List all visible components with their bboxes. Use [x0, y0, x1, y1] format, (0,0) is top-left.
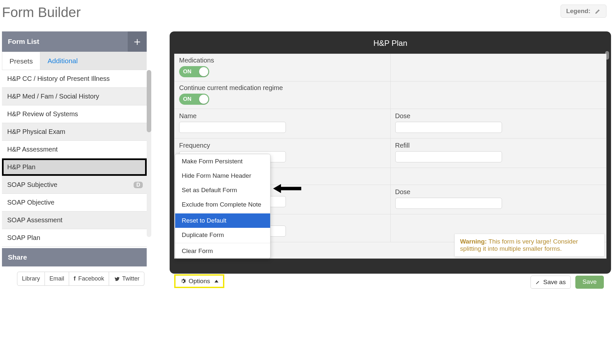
form-list-title: Form List: [2, 38, 39, 46]
share-email-button[interactable]: Email: [45, 272, 69, 286]
field-label: Refill: [395, 142, 602, 149]
list-item[interactable]: SOAP Objective: [2, 194, 147, 211]
warning-strong: Warning:: [460, 238, 487, 245]
warning-tooltip: Warning: This form is very large! Consid…: [455, 234, 604, 257]
facebook-icon: f: [74, 275, 76, 282]
field-dose-2: Dose: [391, 185, 606, 214]
share-twitter-button[interactable]: Twitter: [109, 272, 144, 286]
tab-presets[interactable]: Presets: [2, 52, 40, 70]
field-refill: Refill: [391, 138, 606, 168]
field-label: Medications: [179, 57, 386, 64]
scrollbar-thumb[interactable]: [147, 70, 151, 132]
list-item[interactable]: H&P Physical Exam: [2, 123, 147, 141]
pencil-icon: [535, 280, 541, 285]
share-library-button[interactable]: Library: [17, 272, 45, 286]
field-label: Dose: [395, 188, 602, 196]
save-as-label: Save as: [543, 279, 566, 286]
field-continue-regime: Continue current medication regime ON: [175, 82, 391, 109]
list-item-selected[interactable]: H&P Plan: [2, 158, 147, 176]
tab-additional[interactable]: Additional: [40, 52, 85, 70]
list-item[interactable]: H&P Med / Fam / Social History: [2, 88, 147, 105]
refill-input[interactable]: [395, 151, 502, 162]
toggle-medications[interactable]: ON: [179, 66, 209, 77]
sidebar-tabs: Presets Additional: [2, 52, 147, 70]
default-badge: D: [134, 182, 143, 188]
save-as-button[interactable]: Save as: [530, 276, 571, 289]
annotation-arrow: [273, 183, 301, 196]
field-medications: Medications ON: [175, 54, 391, 81]
option-exclude[interactable]: Exclude from Complete Note: [175, 197, 270, 212]
options-menu: Make Form Persistent Hide Form Name Head…: [175, 154, 270, 259]
menu-separator: [175, 212, 270, 213]
field-name: Name: [175, 109, 391, 138]
option-set-default[interactable]: Set as Default Form: [175, 183, 270, 197]
share-row: Library Email fFacebook Twitter: [2, 266, 147, 286]
add-form-button[interactable]: ＋: [128, 31, 147, 52]
option-make-persistent[interactable]: Make Form Persistent: [175, 154, 270, 169]
gear-icon: [180, 278, 186, 284]
save-button[interactable]: Save: [575, 276, 604, 289]
form-canvas: H&P Plan Medications ON Continue current…: [170, 31, 611, 274]
list-item[interactable]: SOAP Assessment: [2, 211, 147, 229]
share-twitter-label: Twitter: [122, 275, 139, 282]
option-reset-default[interactable]: Reset to Default: [175, 213, 270, 228]
field-dose: Dose: [391, 109, 606, 138]
share-header: Share: [2, 248, 147, 266]
list-item[interactable]: SOAP Subjective D: [2, 176, 147, 194]
legend-button[interactable]: Legend:: [561, 5, 606, 18]
pencil-icon: [595, 8, 601, 14]
dose-input[interactable]: [395, 122, 502, 133]
form-list-header: Form List ＋: [2, 31, 147, 52]
dose2-input[interactable]: [395, 198, 502, 209]
field-label: Name: [179, 112, 386, 120]
options-button[interactable]: Options: [174, 274, 224, 288]
options-label: Options: [189, 278, 210, 285]
legend-label: Legend:: [566, 8, 590, 15]
svg-marker-0: [273, 184, 301, 193]
empty-cell: [391, 54, 606, 81]
list-item[interactable]: H&P CC / History of Present Illness: [2, 70, 147, 88]
share-facebook-button[interactable]: fFacebook: [69, 272, 109, 286]
list-item-label: SOAP Subjective: [7, 181, 57, 188]
option-duplicate[interactable]: Duplicate Form: [175, 228, 270, 242]
menu-separator: [175, 243, 270, 243]
scrollbar-track[interactable]: [147, 70, 151, 237]
toggle-knob: [199, 95, 208, 104]
canvas-title: H&P Plan: [174, 36, 606, 54]
twitter-icon: [114, 276, 120, 282]
field-label: Continue current medication regime: [179, 84, 386, 92]
caret-up-icon: [214, 280, 218, 282]
field-label: Dose: [395, 112, 602, 120]
toggle-continue[interactable]: ON: [179, 94, 209, 105]
list-item[interactable]: H&P Assessment: [2, 141, 147, 158]
list-item[interactable]: H&P Review of Systems: [2, 105, 147, 123]
page-title: Form Builder: [2, 5, 613, 20]
option-hide-header[interactable]: Hide Form Name Header: [175, 169, 270, 183]
toggle-on-label: ON: [183, 96, 192, 102]
field-label: Frequency: [179, 142, 386, 149]
list-item[interactable]: SOAP Plan: [2, 229, 147, 247]
share-facebook-label: Facebook: [78, 275, 104, 282]
toggle-on-label: ON: [183, 68, 192, 75]
toggle-knob: [199, 67, 208, 76]
name-input[interactable]: [179, 122, 286, 133]
option-clear[interactable]: Clear Form: [175, 244, 270, 258]
form-list: H&P CC / History of Present Illness H&P …: [2, 70, 147, 247]
